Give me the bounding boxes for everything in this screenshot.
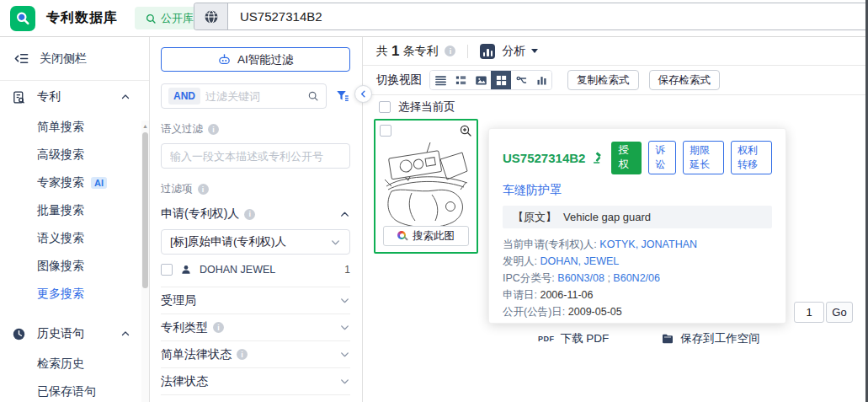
list-view-icon[interactable]	[430, 71, 450, 89]
field-filing-date: 申请日: 2006-11-06	[503, 287, 772, 303]
patent-card[interactable]: 搜索此图	[374, 119, 478, 254]
top-bar: 专利数据库 公开库	[0, 0, 868, 37]
public-library-icon	[145, 13, 157, 24]
field-ipc: IPC分类号: B60N3/08 ; B60N2/06	[503, 270, 772, 287]
semantic-filter-input[interactable]	[161, 143, 350, 169]
analysis-button[interactable]: 分析	[502, 44, 525, 59]
applicant-link[interactable]: KOTYK, JONATHAN	[599, 239, 697, 250]
grid-view-icon[interactable]	[491, 71, 511, 89]
globe-icon	[203, 8, 220, 25]
select-page-checkbox[interactable]	[379, 101, 391, 113]
funnel-icon[interactable]	[335, 88, 350, 104]
search-icon[interactable]	[307, 90, 319, 102]
collapse-sidebar-button[interactable]: 关闭侧栏	[0, 37, 149, 81]
sidebar-item-saved-queries[interactable]: 已保存语句	[0, 378, 149, 402]
info-icon[interactable]: i	[208, 124, 219, 135]
field-publication-date: 公开(公告)日: 2009-05-05	[503, 303, 772, 320]
applicant-section-header[interactable]: 申请(专利权)人 i	[161, 206, 350, 222]
term-extension-tag[interactable]: 期限延长	[683, 141, 724, 174]
chevron-down-icon	[339, 349, 350, 360]
search-box	[194, 3, 868, 30]
globe-button[interactable]	[194, 3, 228, 29]
info-icon[interactable]: i	[244, 209, 255, 220]
field-inventor: 发明人: DOHAN, JEWEL	[503, 253, 772, 270]
chevron-up-icon	[120, 329, 130, 339]
rights-transfer-tag[interactable]: 权利转移	[731, 141, 772, 174]
collapse-filter-button[interactable]	[354, 85, 372, 103]
results-area: 共 1 条专利 i 分析 切换视图	[363, 37, 868, 402]
accordion-simple-legal-status[interactable]: 简单法律状态 i	[161, 340, 350, 367]
relation-view-icon[interactable]	[511, 71, 531, 89]
view-toolbar: 切换视图 复	[363, 66, 868, 95]
image-view-icon[interactable]	[471, 71, 491, 89]
sidebar-item-semantic-search[interactable]: 语义搜索	[0, 224, 149, 252]
info-icon[interactable]: i	[445, 46, 455, 56]
sidebar-item-batch-search[interactable]: 批量搜索	[0, 196, 149, 224]
detail-list-view-icon[interactable]	[450, 71, 471, 89]
sidebar-item-simple-search[interactable]: 简单搜索	[0, 113, 149, 141]
search-input[interactable]	[228, 3, 868, 29]
inventor-link[interactable]: DOHAN, JEWEL	[540, 255, 619, 267]
sidebar-item-advanced-search[interactable]: 高级搜索	[0, 141, 149, 169]
folder-icon	[661, 332, 674, 346]
save-to-workspace-button[interactable]: 保存到工作空间	[661, 331, 760, 346]
patent-number-link[interactable]: US7527314B2	[503, 151, 585, 165]
ai-badge: AI	[91, 177, 107, 189]
info-icon[interactable]: i	[237, 349, 248, 360]
filter-items-label: 过滤项	[161, 182, 193, 196]
filter-panel: AI智能过滤 AND 语义过滤 i 过滤项 i 申请(专利权)人	[150, 37, 363, 402]
bar-chart-icon	[480, 44, 495, 59]
view-toggle-group	[429, 70, 552, 90]
caret-down-icon[interactable]	[531, 49, 538, 53]
info-icon[interactable]: i	[198, 184, 209, 195]
select-page-row: 选择当前页	[363, 95, 868, 119]
app-logo	[10, 6, 35, 31]
boolean-operator-chip[interactable]: AND	[168, 88, 200, 105]
page-number-input[interactable]	[794, 302, 824, 323]
patent-detail-panel: US7527314B2 授权 诉讼 期限延长 权利转移 车缝防护罩 【原文】 V…	[488, 128, 786, 324]
patent-card-checkbox[interactable]	[380, 125, 391, 137]
keyword-filter-input[interactable]	[205, 90, 302, 103]
ipc-link[interactable]: B60N3/08	[557, 272, 604, 284]
ai-smart-filter-button[interactable]: AI智能过滤	[161, 47, 350, 72]
results-header: 共 1 条专利 i 分析	[363, 37, 868, 66]
applicant-checkbox[interactable]	[161, 264, 173, 276]
keyword-filter-box: AND	[161, 83, 327, 109]
sidebar-item-image-search[interactable]: 图像搜索	[0, 252, 149, 280]
accordion-patent-type[interactable]: 专利类型 i	[161, 314, 350, 340]
chevron-up-icon	[120, 92, 130, 102]
copy-query-button[interactable]: 复制检索式	[567, 70, 639, 90]
ipc-link[interactable]: B60N2/06	[613, 272, 660, 284]
select-page-label: 选择当前页	[398, 99, 455, 115]
accordion-legal-status[interactable]: 法律状态	[161, 367, 350, 394]
sidebar-section-patent[interactable]: 专利	[0, 81, 149, 113]
pagination: Go	[794, 302, 853, 323]
chevron-down-icon	[339, 295, 350, 306]
go-button[interactable]: Go	[826, 302, 853, 323]
app-title: 专利数据库	[46, 9, 118, 27]
scroll-up-arrow[interactable]: ▲	[141, 121, 149, 129]
info-icon[interactable]: i	[213, 322, 224, 333]
sidebar-item-more-search[interactable]: 更多搜索	[0, 280, 149, 308]
sidebar-item-expert-search[interactable]: 专家搜索 AI	[0, 169, 149, 196]
applicant-option-row[interactable]: DOHAN JEWEL 1	[161, 264, 350, 276]
sidebar-section-history[interactable]: 历史语句	[0, 318, 149, 350]
chevron-down-icon	[339, 322, 350, 333]
applicant-option-name: DOHAN JEWEL	[200, 264, 275, 276]
chart-view-icon[interactable]	[531, 71, 551, 89]
magnifier-icon	[14, 10, 31, 27]
scrollbar-thumb[interactable]	[142, 132, 148, 288]
sidebar-item-search-history[interactable]: 检索历史	[0, 350, 149, 378]
litigation-tag[interactable]: 诉讼	[648, 141, 676, 174]
zoom-in-icon[interactable]	[459, 124, 472, 137]
sidebar-scrollbar[interactable]: ▲	[141, 121, 149, 402]
patent-title-link[interactable]: 车缝防护罩	[503, 183, 562, 198]
save-query-button[interactable]: 保存检索式	[649, 70, 721, 90]
download-pdf-button[interactable]: PDF 下载 PDF	[538, 331, 609, 346]
accordion-legal-event[interactable]: 法律事件	[161, 394, 350, 402]
applicant-type-select[interactable]: [标]原始申请(专利权)人	[161, 229, 350, 255]
search-this-image-button[interactable]: 搜索此图	[383, 226, 469, 246]
chevron-down-icon	[339, 376, 350, 387]
accordion-patent-office[interactable]: 受理局	[161, 287, 350, 314]
collapse-sidebar-icon	[13, 51, 29, 67]
